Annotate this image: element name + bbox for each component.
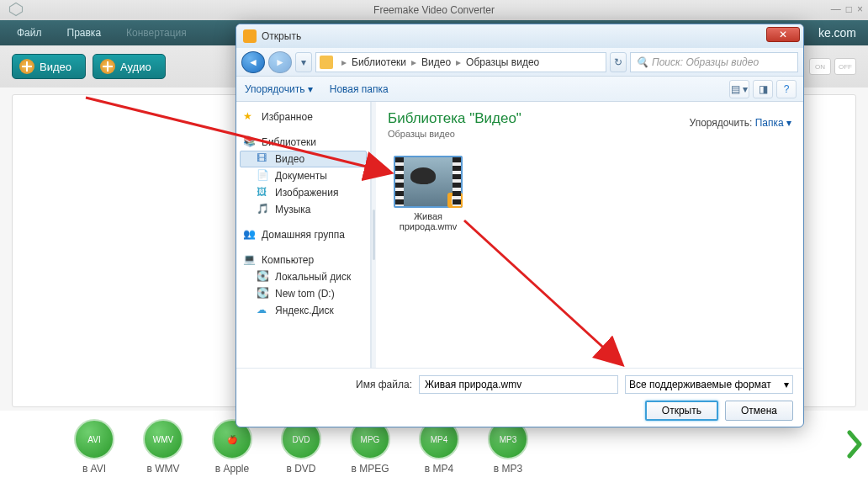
maximize-icon[interactable]: □ bbox=[846, 3, 852, 15]
tree-newtom[interactable]: 💽New tom (D:) bbox=[240, 285, 367, 302]
format-avi[interactable]: AVIв AVI bbox=[74, 419, 114, 475]
file-type-filter[interactable]: Все поддерживаемые формат▾ bbox=[625, 375, 793, 394]
tree-documents[interactable]: 📄Документы bbox=[240, 167, 367, 184]
format-label: в Apple bbox=[215, 463, 249, 475]
plus-icon bbox=[19, 59, 34, 74]
app-title: Freemake Video Converter bbox=[373, 4, 495, 16]
filter-label: Все поддерживаемые формат bbox=[629, 379, 771, 390]
format-label: в AVI bbox=[82, 463, 106, 475]
tree-images[interactable]: 🖼Изображения bbox=[240, 184, 367, 201]
tree-libraries[interactable]: 📚Библиотеки bbox=[240, 134, 367, 151]
new-folder-button[interactable]: Новая папка bbox=[330, 83, 389, 95]
file-item-label: Живая природа.wmv bbox=[388, 211, 468, 231]
toggle-on[interactable]: ON bbox=[809, 58, 831, 75]
crumb-samples[interactable]: Образцы видео bbox=[466, 56, 539, 68]
search-input[interactable]: 🔍 Поиск: Образцы видео bbox=[630, 52, 798, 72]
dialog-close-button[interactable]: ✕ bbox=[766, 27, 800, 42]
format-wmv[interactable]: WMVв WMV bbox=[143, 419, 183, 475]
crumb-video[interactable]: Видео bbox=[421, 56, 451, 68]
nav-up-button[interactable]: ▾ bbox=[295, 52, 312, 72]
tree-local-disk[interactable]: 💽Локальный диск bbox=[240, 268, 367, 285]
open-file-dialog: Открыть ✕ ◄ ► ▾ ▸ Библиотеки ▸ Видео ▸ О… bbox=[236, 24, 804, 427]
nav-back-button[interactable]: ◄ bbox=[241, 51, 265, 73]
tree-favorites[interactable]: ★Избранное bbox=[240, 109, 367, 125]
dialog-title: Открыть bbox=[262, 30, 301, 42]
sort-control[interactable]: Упорядочить: Папка ▾ bbox=[690, 117, 791, 129]
file-item[interactable]: Живая природа.wmv bbox=[388, 156, 468, 231]
add-audio-label: Аудио bbox=[120, 61, 151, 73]
dialog-body: ★Избранное 📚Библиотеки 🎞Видео 📄Документы… bbox=[236, 102, 803, 368]
library-subhead: Образцы видео bbox=[388, 129, 791, 139]
tree-computer[interactable]: 💻Компьютер bbox=[240, 252, 367, 268]
dialog-toolbar: Упорядочить ▾ Новая папка ▤ ▾ ◨ ? bbox=[236, 77, 803, 102]
add-video-button[interactable]: Видео bbox=[12, 54, 86, 79]
crumb-libraries[interactable]: Библиотеки bbox=[352, 56, 406, 68]
dialog-icon bbox=[243, 29, 257, 43]
search-placeholder: Поиск: Образцы видео bbox=[652, 56, 759, 68]
folder-icon bbox=[320, 56, 333, 69]
app-logo-icon bbox=[8, 2, 24, 17]
organize-menu[interactable]: Упорядочить ▾ bbox=[245, 83, 313, 95]
view-options-button[interactable]: ▤ ▾ bbox=[729, 80, 749, 98]
tree-music[interactable]: 🎵Музыка bbox=[240, 201, 367, 218]
filename-label: Имя файла: bbox=[246, 379, 412, 390]
close-icon[interactable]: × bbox=[857, 3, 863, 15]
brand-text: ke.com bbox=[818, 26, 856, 40]
toggle-off[interactable]: OFF bbox=[834, 58, 856, 75]
menu-file[interactable]: Файл bbox=[17, 27, 42, 39]
breadcrumb[interactable]: ▸ Библиотеки ▸ Видео ▸ Образцы видео bbox=[315, 52, 606, 72]
window-controls: — □ × bbox=[831, 3, 863, 15]
add-video-label: Видео bbox=[40, 61, 71, 73]
nav-forward-button[interactable]: ► bbox=[268, 51, 292, 73]
svg-marker-0 bbox=[10, 3, 23, 16]
filename-input[interactable] bbox=[419, 375, 618, 394]
add-audio-button[interactable]: Аудио bbox=[93, 54, 166, 79]
dialog-navbar: ◄ ► ▾ ▸ Библиотеки ▸ Видео ▸ Образцы вид… bbox=[236, 48, 803, 77]
cancel-button[interactable]: Отмена bbox=[725, 401, 793, 421]
help-button[interactable]: ? bbox=[776, 80, 797, 98]
next-arrow-icon[interactable] bbox=[846, 429, 863, 459]
refresh-button[interactable]: ↻ bbox=[610, 52, 627, 72]
minimize-icon[interactable]: — bbox=[831, 3, 841, 15]
menu-convert[interactable]: Конвертация bbox=[126, 27, 187, 39]
menu-edit[interactable]: Правка bbox=[67, 27, 102, 39]
open-button[interactable]: Открыть bbox=[645, 401, 718, 421]
plus-icon bbox=[100, 59, 115, 74]
format-label: в MPEG bbox=[351, 463, 389, 475]
nav-tree: ★Избранное 📚Библиотеки 🎞Видео 📄Документы… bbox=[236, 102, 371, 368]
tree-yadisk[interactable]: ☁Яндекс.Диск bbox=[240, 302, 367, 319]
play-overlay-icon bbox=[447, 193, 463, 208]
sort-label: Упорядочить: bbox=[690, 117, 753, 129]
format-label: в WMV bbox=[146, 463, 179, 475]
format-label: в MP4 bbox=[425, 463, 453, 475]
file-pane: Библиотека "Видео" Образцы видео Упорядо… bbox=[376, 102, 803, 368]
preview-pane-button[interactable]: ◨ bbox=[753, 80, 773, 98]
tree-video[interactable]: 🎞Видео bbox=[240, 151, 367, 167]
app-titlebar: Freemake Video Converter — □ × bbox=[0, 0, 868, 20]
format-label: в DVD bbox=[286, 463, 315, 475]
tree-homegroup[interactable]: 👥Домашняя группа bbox=[240, 226, 367, 243]
dialog-titlebar: Открыть ✕ bbox=[236, 24, 803, 48]
dialog-footer: Имя файла: Все поддерживаемые формат▾ От… bbox=[236, 368, 803, 427]
video-thumbnail-icon bbox=[394, 156, 463, 208]
format-label: в MP3 bbox=[494, 463, 522, 475]
